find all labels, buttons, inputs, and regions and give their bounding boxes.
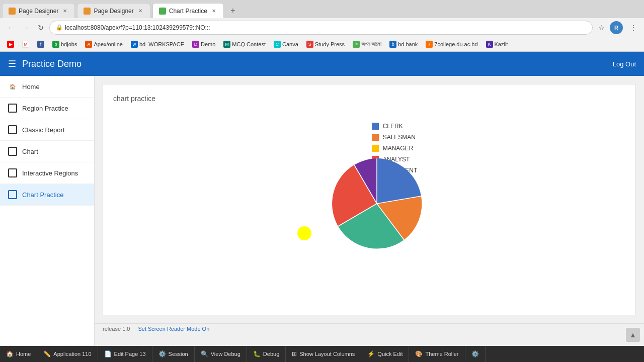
sidebar-label-chart: Chart (22, 148, 38, 155)
release-text: release 1.0 (103, 326, 130, 332)
bdjobs-icon: b (52, 41, 59, 48)
bookmark-gmail[interactable]: M (19, 40, 32, 49)
sidebar-item-region-practice[interactable]: Region Practice (0, 98, 94, 119)
session-bar-icon: ⚙️ (158, 350, 166, 357)
theme-roller-bar-icon: 🎨 (415, 350, 423, 357)
browser-controls: ← → ↻ 🔒 localhost:8080/apex/f?p=110:13:1… (0, 18, 644, 37)
tab-icon-3 (159, 8, 166, 15)
sidebar-item-classic-report[interactable]: Classic Report (0, 119, 94, 141)
reload-button[interactable]: ↻ (34, 21, 47, 34)
legend-label-salesman: SALESMAN (383, 134, 416, 141)
bookmark-demo-label: Demo (201, 41, 215, 47)
7college-icon: 7 (426, 41, 433, 48)
show-layout-bar-icon: ⊞ (292, 350, 297, 357)
legend-label-clerk: CLERK (383, 123, 403, 130)
home-icon: 🏠 (8, 82, 17, 91)
bookmark-workspace[interactable]: w bd_WORKSPACE (128, 40, 187, 49)
bookmark-apon-label: অপন আলো (361, 41, 381, 47)
legend-salesman: SALESMAN (372, 134, 418, 141)
sidebar-item-interactive-regions[interactable]: Interactive Regions (0, 162, 94, 184)
bookmark-youtube[interactable]: ▶ (4, 40, 17, 49)
bottom-bar-theme-roller[interactable]: 🎨 Theme Roller (409, 346, 465, 362)
bookmark-kaziit-label: Kaziit (495, 41, 508, 47)
chart-container: CLERK SALESMAN MANAGER (113, 113, 625, 184)
interactive-regions-icon (8, 168, 17, 177)
scroll-to-top-button[interactable]: ▲ (626, 328, 640, 342)
bottom-bar-application[interactable]: ✏️ Application 110 (37, 346, 98, 362)
legend-color-salesman (372, 134, 379, 141)
sidebar-item-chart[interactable]: Chart (0, 141, 94, 162)
bookmark-apex[interactable]: A Apex/online (82, 40, 126, 49)
app-title: Practice Demo (22, 59, 613, 69)
bookmark-mcq[interactable]: M MCQ Contest (220, 40, 269, 49)
bookmark-studypress[interactable]: S Study Press (303, 40, 348, 49)
user-avatar[interactable]: R (610, 21, 623, 34)
settings-bar-icon: ⚙️ (471, 350, 479, 357)
bookmark-canva-label: Canva (282, 41, 298, 47)
edit-page-bar-icon: 📄 (104, 350, 112, 357)
logout-button[interactable]: Log Out (613, 60, 636, 68)
sidebar-item-chart-practice[interactable]: Chart Practice (0, 184, 94, 206)
chart-practice-icon (8, 190, 17, 199)
url-text: localhost:8080/apex/f?p=110:13:102439299… (65, 24, 210, 31)
screen-reader-link[interactable]: Set Screen Reader Mode On (138, 326, 209, 332)
bookmark-demo[interactable]: D Demo (189, 40, 218, 49)
application-bar-icon: ✏️ (43, 350, 51, 357)
debug-bar-icon: 🐛 (253, 350, 261, 357)
bottom-bar-debug[interactable]: 🐛 Debug (247, 346, 286, 362)
browser-menu-icon[interactable]: ⋮ (627, 21, 640, 34)
sidebar-label-home: Home (22, 83, 40, 90)
back-button[interactable]: ← (4, 21, 17, 34)
classic-report-icon (8, 125, 17, 134)
bookmark-7college-label: 7college.du.ac.bd (434, 41, 477, 47)
forward-button[interactable]: → (19, 21, 32, 34)
tab-close-1[interactable]: ✕ (61, 8, 68, 14)
demo-icon: D (192, 41, 199, 48)
region-practice-icon (8, 104, 17, 113)
bookmark-star-icon[interactable]: ☆ (595, 21, 608, 34)
bottom-bar-quick-edit[interactable]: ⚡ Quick Edit (361, 346, 409, 362)
bottom-bar-session-label: Session (169, 351, 188, 357)
quick-edit-bar-icon: ⚡ (367, 350, 375, 357)
tab-label-2: Page Designer (94, 8, 133, 15)
new-tab-button[interactable]: + (226, 4, 240, 18)
address-bar[interactable]: 🔒 localhost:8080/apex/f?p=110:13:1024392… (49, 21, 593, 35)
release-info: release 1.0 Set Screen Reader Mode On (95, 323, 644, 334)
studypress-icon: S (306, 41, 313, 48)
bookmark-studypress-label: Study Press (315, 41, 345, 47)
bottom-bar-edit-page[interactable]: 📄 Edit Page 13 (98, 346, 152, 362)
bookmark-bdbank[interactable]: b bd bank (386, 40, 421, 49)
bottom-bar-settings[interactable]: ⚙️ (465, 346, 486, 362)
tab-chart-practice[interactable]: Chart Practice ✕ (152, 3, 224, 18)
lock-icon: 🔒 (56, 24, 63, 31)
bookmark-7college[interactable]: 7 7college.du.ac.bd (423, 40, 480, 49)
bookmark-mcq-label: MCQ Contest (232, 41, 266, 47)
tab-page-designer-1[interactable]: Page Designer ✕ (2, 3, 75, 18)
bottom-bar-view-debug[interactable]: 🔍 View Debug (195, 346, 247, 362)
cursor-dot (297, 226, 311, 240)
bottom-bar-home[interactable]: 🏠 Home (0, 346, 37, 362)
sidebar-item-home[interactable]: 🏠 Home (0, 76, 94, 98)
legend-color-clerk (372, 123, 379, 130)
bookmark-canva[interactable]: C Canva (271, 40, 301, 49)
sidebar-label-region-practice: Region Practice (22, 105, 68, 112)
bottom-bar-show-layout[interactable]: ⊞ Show Layout Columns (286, 346, 361, 362)
app-container: ☰ Practice Demo Log Out 🏠 Home Region Pr… (0, 52, 644, 362)
page-title: chart practice (113, 95, 625, 103)
tab-close-3[interactable]: ✕ (210, 8, 217, 14)
mcq-icon: M (223, 41, 230, 48)
tab-bar: Page Designer ✕ Page Designer ✕ Chart Pr… (0, 0, 644, 18)
browser-chrome: Page Designer ✕ Page Designer ✕ Chart Pr… (0, 0, 644, 52)
sidebar: 🏠 Home Region Practice Classic Report Ch… (0, 76, 95, 362)
bookmark-fb[interactable]: f (34, 40, 47, 49)
view-debug-bar-icon: 🔍 (201, 350, 208, 357)
app-header: ☰ Practice Demo Log Out (0, 52, 644, 76)
bookmark-apon[interactable]: অ অপন আলো (350, 40, 384, 49)
bookmark-bdjobs[interactable]: b bdjobs (49, 40, 80, 49)
bookmark-kaziit[interactable]: K Kaziit (483, 40, 511, 49)
tab-close-2[interactable]: ✕ (137, 8, 144, 14)
bottom-bar-session[interactable]: ⚙️ Session (152, 346, 195, 362)
facebook-icon: f (37, 41, 44, 48)
tab-page-designer-2[interactable]: Page Designer ✕ (77, 3, 150, 18)
hamburger-icon[interactable]: ☰ (8, 58, 16, 69)
